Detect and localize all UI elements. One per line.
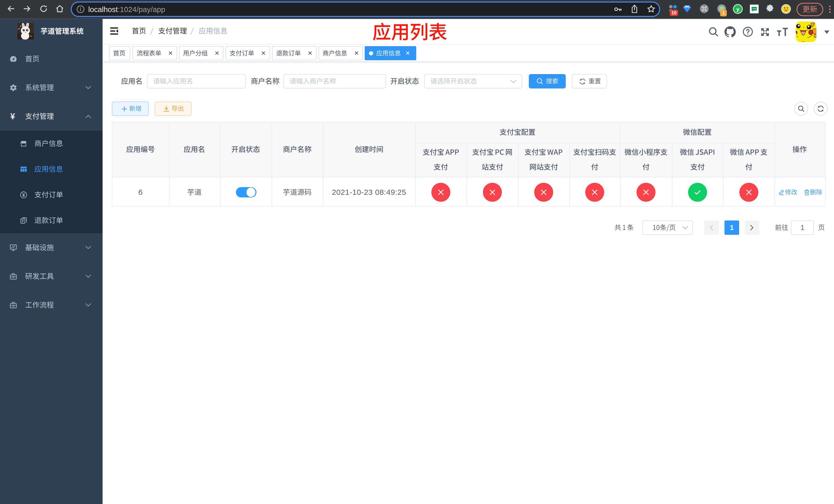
svg-text:y: y — [736, 6, 739, 12]
